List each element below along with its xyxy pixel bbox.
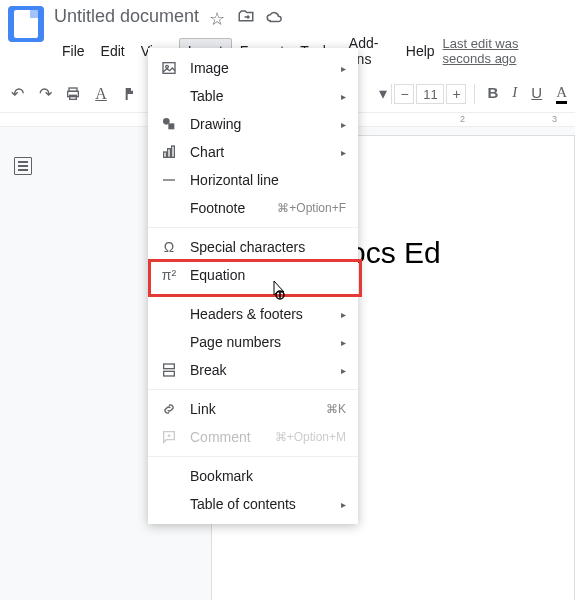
redo-icon[interactable]: ↷ [36,85,54,103]
italic-button[interactable]: I [512,84,517,104]
svg-rect-11 [164,364,175,369]
chart-icon [160,143,178,161]
menu-label: Image [190,60,229,76]
insert-footnote[interactable]: Footnote ⌘+Option+F [148,194,358,222]
menu-label: Special characters [190,239,305,255]
separator [474,84,475,104]
docs-logo[interactable] [8,6,44,42]
shortcut-label: ⌘+Option+F [277,201,346,215]
insert-table[interactable]: Table ▸ [148,82,358,110]
cloud-status-icon[interactable] [265,8,283,26]
text-color-button[interactable]: A [556,84,567,104]
insert-link[interactable]: Link ⌘K [148,395,358,423]
insert-page-numbers[interactable]: Page numbers ▸ [148,328,358,356]
font-size-decrease[interactable]: − [394,84,414,104]
last-edit-link[interactable]: Last edit was seconds ago [443,36,567,66]
menu-label: Horizontal line [190,172,279,188]
svg-rect-9 [172,146,175,157]
insert-bookmark[interactable]: Bookmark [148,462,358,490]
svg-rect-12 [164,371,175,376]
chevron-right-icon: ▸ [341,147,346,158]
separator [391,84,392,104]
headers-icon [160,305,178,323]
chevron-right-icon: ▸ [341,309,346,320]
menu-divider [148,456,358,457]
font-size-value[interactable]: 11 [416,84,444,104]
insert-special-characters[interactable]: Ω Special characters [148,233,358,261]
insert-chart[interactable]: Chart ▸ [148,138,358,166]
menu-edit[interactable]: Edit [93,39,133,63]
bookmark-icon [160,467,178,485]
shortcut-label: ⌘+Option+M [275,430,346,444]
menu-label: Equation [190,267,245,283]
spellcheck-icon[interactable]: A [92,85,110,103]
chevron-right-icon: ▸ [341,63,346,74]
chevron-right-icon: ▸ [341,499,346,510]
chevron-right-icon: ▸ [341,337,346,348]
chevron-right-icon: ▸ [341,91,346,102]
menu-label: Headers & footers [190,306,303,322]
star-icon[interactable]: ☆ [209,8,227,26]
underline-button[interactable]: U [531,84,542,104]
ruler-mark: 2 [460,114,465,124]
page-numbers-icon [160,333,178,351]
menu-divider [148,294,358,295]
document-title[interactable]: Untitled document [54,6,199,27]
menu-divider [148,227,358,228]
move-icon[interactable] [237,8,255,26]
font-dropdown-icon[interactable]: ▾ [377,84,389,103]
svg-rect-8 [168,149,171,158]
menu-label: Bookmark [190,468,253,484]
insert-headers-footers[interactable]: Headers & footers ▸ [148,300,358,328]
horizontal-line-icon [160,171,178,189]
svg-rect-6 [168,123,174,129]
toc-icon [160,495,178,513]
insert-menu-dropdown: Image ▸ Table ▸ Drawing ▸ Chart ▸ Horizo… [148,48,358,524]
font-size-increase[interactable]: + [446,84,466,104]
image-icon [160,59,178,77]
bold-button[interactable]: B [487,84,498,104]
insert-horizontal-line[interactable]: Horizontal line [148,166,358,194]
ruler-mark: 3 [552,114,557,124]
omega-icon: Ω [160,238,178,256]
menu-label: Link [190,401,216,417]
insert-drawing[interactable]: Drawing ▸ [148,110,358,138]
outline-panel [0,127,41,600]
undo-icon[interactable]: ↶ [8,85,26,103]
menu-label: Table of contents [190,496,296,512]
menu-file[interactable]: File [54,39,93,63]
chevron-right-icon: ▸ [341,119,346,130]
shortcut-label: ⌘K [326,402,346,416]
insert-image[interactable]: Image ▸ [148,54,358,82]
chevron-right-icon: ▸ [341,365,346,376]
menu-label: Chart [190,144,224,160]
insert-equation[interactable]: π² Equation [148,261,358,289]
paint-format-icon[interactable] [120,85,138,103]
menu-divider [148,389,358,390]
comment-icon [160,428,178,446]
menu-label: Page numbers [190,334,281,350]
menu-label: Comment [190,429,251,445]
link-icon [160,400,178,418]
menu-help[interactable]: Help [398,39,443,63]
outline-toggle-icon[interactable] [14,157,32,175]
insert-break[interactable]: Break ▸ [148,356,358,384]
svg-point-4 [166,65,169,68]
break-icon [160,361,178,379]
menu-label: Table [190,88,223,104]
print-icon[interactable] [64,85,82,103]
svg-rect-2 [70,95,77,99]
menu-label: Drawing [190,116,241,132]
svg-rect-7 [164,152,167,157]
table-icon [160,87,178,105]
footnote-icon [160,199,178,217]
insert-table-of-contents[interactable]: Table of contents ▸ [148,490,358,518]
menu-label: Break [190,362,227,378]
drawing-icon [160,115,178,133]
pi-icon: π² [160,266,178,284]
insert-comment: Comment ⌘+Option+M [148,423,358,451]
menu-label: Footnote [190,200,245,216]
